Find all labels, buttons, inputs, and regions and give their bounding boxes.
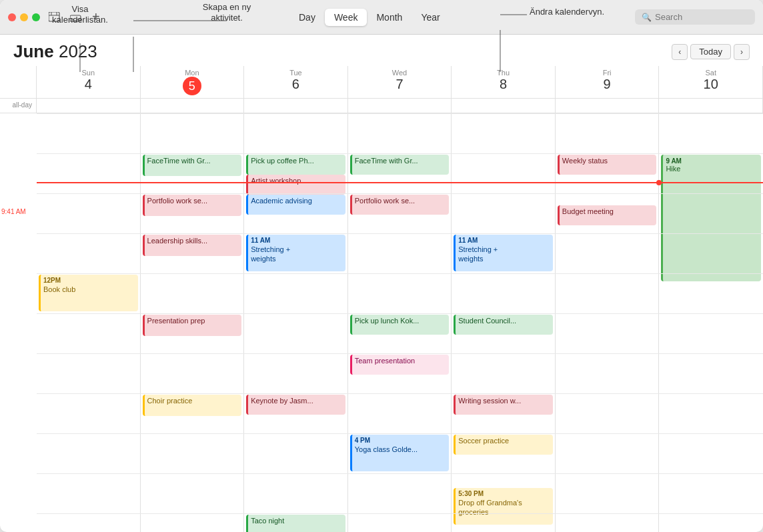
tab-month[interactable]: Month <box>367 9 412 26</box>
event-soccer[interactable]: Soccer practice <box>454 435 553 455</box>
day-col-tue[interactable]: Pick up coffee Ph... Artist workshop... … <box>244 113 348 532</box>
day-header-wed: Wed 7 <box>348 66 452 98</box>
event-presentation-prep[interactable]: Presentation prep <box>143 315 242 336</box>
event-writing-session[interactable]: Writing session w... <box>454 395 553 415</box>
day-col-thu[interactable]: 11 AM Stretching + weights Student Counc… <box>452 113 556 532</box>
event-hike[interactable]: 9 AM Hike <box>661 155 761 281</box>
event-portfolio-wed[interactable]: Portfolio work se... <box>350 195 450 215</box>
traffic-lights <box>8 13 40 21</box>
event-facetime-mon[interactable]: FaceTime with Gr... <box>143 155 242 176</box>
close-button[interactable] <box>8 13 16 21</box>
day-header-thu: Thu 8 <box>452 66 556 98</box>
inbox-icon[interactable] <box>68 9 84 25</box>
allday-label: all-day <box>0 99 37 113</box>
svg-rect-10 <box>49 12 59 21</box>
today-button[interactable]: Today <box>690 44 731 59</box>
day-header-mon: Mon 5 <box>141 66 245 98</box>
search-icon: 🔍 <box>642 13 652 22</box>
allday-row: all-day <box>0 99 763 113</box>
event-stretching-thu[interactable]: 11 AM Stretching + weights <box>454 235 553 271</box>
allday-cell-wed[interactable] <box>348 99 452 113</box>
event-academic-advising[interactable]: Academic advising <box>246 195 345 215</box>
day-headers: Sun 4 Mon 5 Tue 6 Wed 7 Thu 8 Fri 9 Sat … <box>0 66 763 99</box>
event-taco-night[interactable]: Taco night <box>246 515 345 532</box>
event-dropoff[interactable]: 5:30 PM Drop off Grandma's groceries <box>454 488 553 525</box>
tab-day[interactable]: Day <box>289 9 325 26</box>
time-column: .time-grid-inner { height: 720px; } <box>0 113 37 532</box>
allday-cell-mon[interactable] <box>141 99 245 113</box>
view-tabs: Day Week Month Year <box>289 9 450 26</box>
allday-cell-fri[interactable] <box>556 99 660 113</box>
current-time-display: 9:41 AM <box>1 208 26 215</box>
day-header-sun: Sun 4 <box>37 66 141 98</box>
search-input[interactable] <box>655 12 748 22</box>
event-leadership[interactable]: Leadership skills... <box>143 235 242 256</box>
nav-buttons: ‹ Today › <box>672 44 750 60</box>
month-year-label: June 2023 <box>13 41 672 62</box>
tab-week[interactable]: Week <box>325 9 367 26</box>
day-header-sat: Sat 10 <box>659 66 763 98</box>
day-col-sun[interactable]: 12PM Book club <box>37 113 141 532</box>
event-yoga[interactable]: 4 PM Yoga class Golde... <box>350 435 450 471</box>
event-team-presentation[interactable]: Team presentation <box>350 355 450 375</box>
next-button[interactable]: › <box>734 44 750 60</box>
fullscreen-button[interactable] <box>32 13 40 21</box>
titlebar: + Day Week Month Year 🔍 <box>0 0 763 35</box>
event-artist-workshop[interactable]: Artist workshop... <box>246 175 345 195</box>
day-col-wed[interactable]: FaceTime with Gr... Portfolio work se...… <box>348 113 452 532</box>
event-weekly-status[interactable]: Weekly status <box>558 155 657 175</box>
event-facetime-wed[interactable]: FaceTime with Gr... <box>350 155 450 175</box>
event-choir[interactable]: Choir practice <box>143 395 242 416</box>
day-header-tue: Tue 6 <box>244 66 348 98</box>
calendar-header: June 2023 ‹ Today › <box>0 35 763 66</box>
allday-cell-thu[interactable] <box>452 99 556 113</box>
event-pickup-lunch[interactable]: Pick up lunch Kok... <box>350 315 450 335</box>
event-book-club[interactable]: 12PM Book club <box>39 275 138 311</box>
allday-cell-sat[interactable] <box>659 99 763 113</box>
tab-year[interactable]: Year <box>412 9 449 26</box>
search-box[interactable]: 🔍 <box>635 9 755 25</box>
day-col-fri[interactable]: Weekly status Budget meeting <box>556 113 660 532</box>
day-col-sat[interactable]: 9 AM Hike <box>659 113 763 532</box>
event-stretching-tue[interactable]: 11 AM Stretching + weights <box>246 235 345 271</box>
add-event-button[interactable]: + <box>92 9 100 25</box>
prev-button[interactable]: ‹ <box>672 44 688 60</box>
event-pickup-coffee[interactable]: Pick up coffee Ph... <box>246 155 345 175</box>
allday-cell-sun[interactable] <box>37 99 141 113</box>
day-header-fri: Fri 9 <box>556 66 660 98</box>
calendar-list-icon[interactable] <box>47 9 63 25</box>
allday-cell-tue[interactable] <box>244 99 348 113</box>
event-keynote[interactable]: Keynote by Jasm... <box>246 395 345 415</box>
event-budget-meeting[interactable]: Budget meeting <box>558 205 657 225</box>
event-portfolio-mon[interactable]: Portfolio work se... <box>143 195 242 216</box>
minimize-button[interactable] <box>20 13 28 21</box>
time-grid: .time-grid-inner { height: 720px; } 9 AM… <box>0 113 763 532</box>
day-col-mon[interactable]: FaceTime with Gr... Portfolio work se...… <box>141 113 245 532</box>
event-student-council[interactable]: Student Council... <box>454 315 553 335</box>
